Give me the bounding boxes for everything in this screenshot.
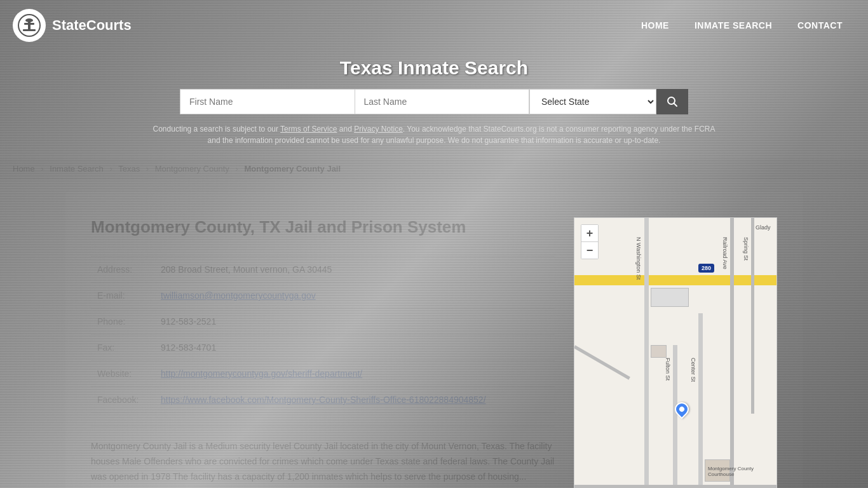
zoom-in-button[interactable]: + — [581, 225, 598, 241]
road-label-washington: N Washington St — [635, 237, 642, 280]
svg-point-4 — [25, 18, 33, 22]
road-label-fulton: Fulton St — [665, 358, 671, 381]
search-bar: Select State Alabama Alaska Texas — [180, 89, 688, 114]
privacy-link[interactable]: Privacy Notice — [354, 125, 403, 133]
site-header: StateCourts HOME INMATE SEARCH CONTACT T… — [0, 0, 868, 159]
nav-links: HOME INMATE SEARCH CONTACT — [628, 14, 855, 37]
svg-rect-1 — [23, 29, 36, 31]
site-name: StateCourts — [52, 17, 132, 34]
header-disclaimer: Conducting a search is subject to our Te… — [148, 123, 720, 146]
map-inner: 280 — [574, 218, 776, 488]
map-zoom-controls: + − — [581, 224, 599, 259]
zoom-out-button[interactable]: − — [581, 242, 598, 259]
last-name-input[interactable] — [355, 89, 530, 114]
svg-line-6 — [674, 104, 677, 107]
map-section: 280 — [574, 217, 777, 488]
logo-icon — [13, 9, 46, 42]
first-name-input[interactable] — [180, 89, 355, 114]
map-container: 280 — [574, 217, 777, 488]
top-nav: StateCourts HOME INMATE SEARCH CONTACT — [0, 0, 868, 51]
search-button[interactable] — [656, 89, 688, 114]
header-title: Texas Inmate Search — [13, 57, 855, 79]
highway-shield: 280 — [698, 264, 714, 273]
svg-rect-3 — [24, 23, 34, 25]
nav-inmate-search[interactable]: INMATE SEARCH — [682, 14, 785, 37]
logo[interactable]: StateCourts — [13, 9, 132, 42]
courthouse-label: Montgomery CountyCourthouse — [708, 466, 754, 477]
nav-home[interactable]: HOME — [628, 14, 682, 37]
search-icon — [667, 96, 678, 107]
state-select[interactable]: Select State Alabama Alaska Texas — [529, 89, 656, 114]
header-content: Texas Inmate Search Select State Alabama… — [0, 51, 868, 159]
road-label-railroad: Railroad Ave — [722, 237, 728, 269]
road-label-center: Center St — [690, 358, 696, 382]
road-label-spring: Spring St — [743, 237, 749, 261]
road-label-glady: Glady — [756, 224, 771, 231]
nav-contact[interactable]: CONTACT — [785, 14, 855, 37]
terms-link[interactable]: Terms of Service — [280, 125, 337, 133]
